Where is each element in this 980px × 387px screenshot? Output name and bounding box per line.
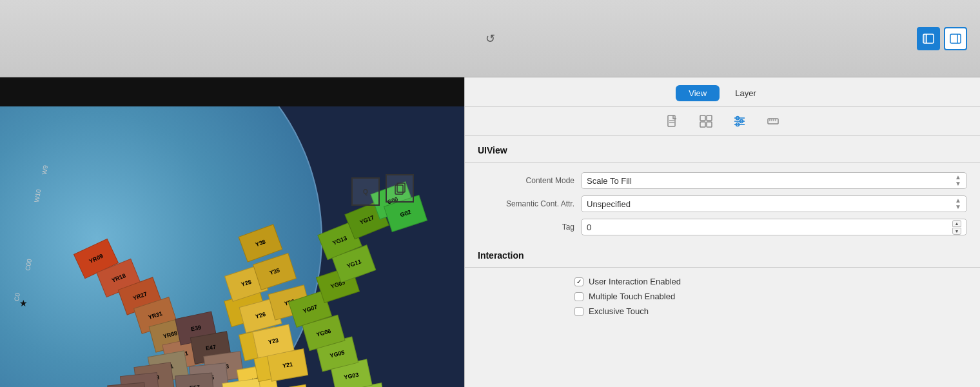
swatches-container: YR09YR18YR27YR31YR68E11E21E23E25E35E39E4… bbox=[0, 77, 464, 387]
canvas-area: YR09YR18YR27YR31YR68E11E21E23E25E35E39E4… bbox=[0, 77, 464, 387]
sliders-icon-svg bbox=[733, 115, 746, 128]
tag-value: 0 bbox=[587, 223, 591, 232]
svg-rect-10 bbox=[700, 115, 705, 121]
semantic-cont-chevron: ▲ ▼ bbox=[955, 197, 961, 210]
user-interaction-row: ✓ User Interaction Enabled bbox=[465, 274, 980, 289]
multiple-touch-label: Multiple Touch Enabled bbox=[589, 292, 675, 301]
swatch-Y35: Y35 bbox=[253, 253, 297, 290]
right-panel-icon bbox=[950, 34, 961, 44]
reload-button[interactable]: ↺ bbox=[480, 29, 500, 48]
interaction-divider bbox=[465, 267, 980, 268]
size-inspector-icon[interactable] bbox=[765, 114, 781, 129]
tag-stepper-arrows: ▲ ▼ bbox=[952, 220, 961, 235]
content-mode-dropdown[interactable]: Scale To Fill ▲ ▼ bbox=[581, 172, 967, 189]
inspector-panel: View Layer bbox=[464, 77, 980, 387]
svg-rect-6 bbox=[397, 183, 405, 192]
semantic-cont-label: Semantic Cont. Attr. bbox=[478, 199, 574, 208]
tab-view[interactable]: View bbox=[676, 85, 720, 101]
user-interaction-label: User Interaction Enabled bbox=[589, 277, 681, 286]
tag-label: Tag bbox=[478, 223, 574, 232]
content-mode-row: Content Mode Scale To Fill ▲ ▼ bbox=[465, 169, 980, 192]
svg-rect-2 bbox=[923, 34, 926, 43]
exclusive-touch-label: Exclusive Touch bbox=[589, 306, 649, 316]
toolbar: ↺ bbox=[0, 0, 980, 77]
svg-rect-3 bbox=[950, 34, 961, 43]
file-icon-svg bbox=[667, 115, 678, 128]
main-area: YR09YR18YR27YR31YR68E11E21E23E25E35E39E4… bbox=[0, 77, 980, 387]
canvas-element-copy[interactable] bbox=[386, 174, 414, 203]
layout-inspector-icon[interactable] bbox=[698, 114, 714, 129]
tag-stepper: 0 ▲ ▼ bbox=[581, 219, 967, 235]
semantic-cont-row: Semantic Cont. Attr. Unspecified ▲ ▼ bbox=[465, 192, 980, 215]
swatch-E57: E57 bbox=[175, 373, 214, 387]
left-panel-icon bbox=[923, 34, 934, 44]
content-mode-value: Scale To Fill bbox=[587, 176, 632, 186]
semantic-cont-value: Unspecified bbox=[587, 199, 631, 209]
tag-decrement[interactable]: ▼ bbox=[952, 228, 961, 235]
uiview-divider bbox=[465, 162, 980, 163]
toolbar-right bbox=[917, 27, 967, 50]
svg-rect-11 bbox=[707, 115, 712, 121]
canvas-header-bar bbox=[0, 77, 464, 106]
star-marker: ★ bbox=[19, 298, 28, 308]
interaction-section: Interaction ✓ User Interaction Enabled M… bbox=[465, 239, 980, 321]
svg-rect-5 bbox=[395, 185, 403, 194]
multiple-touch-row: Multiple Touch Enabled bbox=[465, 289, 980, 304]
left-panel-toggle[interactable] bbox=[917, 27, 940, 50]
inspector-tabs: View Layer bbox=[465, 77, 980, 107]
exclusive-touch-row: Exclusive Touch bbox=[465, 304, 980, 319]
toolbar-center: ↺ bbox=[480, 29, 500, 48]
right-panel-toggle[interactable] bbox=[944, 27, 967, 50]
content-mode-label: Content Mode bbox=[478, 176, 574, 185]
multiple-touch-checkbox[interactable] bbox=[574, 292, 583, 301]
inspector-icons bbox=[465, 107, 980, 136]
attributes-inspector-icon[interactable] bbox=[732, 114, 747, 129]
svg-rect-13 bbox=[707, 122, 712, 127]
uiview-section: UIView Content Mode Scale To Fill ▲ ▼ Se… bbox=[465, 136, 980, 239]
tag-increment[interactable]: ▲ bbox=[952, 220, 961, 227]
file-inspector-icon[interactable] bbox=[665, 114, 680, 129]
copy-icon bbox=[393, 181, 407, 195]
tab-layer[interactable]: Layer bbox=[722, 85, 769, 101]
semantic-cont-dropdown[interactable]: Unspecified ▲ ▼ bbox=[581, 195, 967, 212]
layout-icon-svg bbox=[700, 115, 712, 128]
svg-rect-12 bbox=[700, 122, 705, 127]
user-interaction-checkbox[interactable]: ✓ bbox=[574, 277, 583, 286]
canvas-element-q[interactable]: Q bbox=[351, 177, 380, 206]
content-mode-chevron: ▲ ▼ bbox=[955, 174, 961, 187]
tag-row: Tag 0 ▲ ▼ bbox=[465, 215, 980, 239]
uiview-title: UIView bbox=[465, 136, 980, 162]
ruler-icon-svg bbox=[767, 115, 779, 128]
interaction-title: Interaction bbox=[465, 241, 980, 267]
exclusive-touch-checkbox[interactable] bbox=[574, 307, 583, 316]
